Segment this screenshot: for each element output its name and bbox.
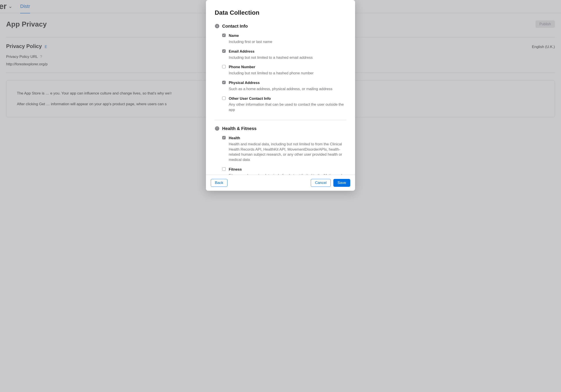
checkbox[interactable] — [222, 65, 226, 68]
checkbox[interactable] — [222, 33, 226, 37]
option-label: Physical Address — [229, 80, 346, 85]
save-button[interactable]: Save — [333, 179, 350, 187]
data-type-option: Email AddressIncluding but not limited t… — [215, 49, 346, 65]
option-description: Fitness and exercise data, including but… — [229, 173, 346, 175]
info-icon — [215, 24, 219, 29]
option-label: Email Address — [229, 49, 346, 54]
heart-icon — [215, 126, 219, 131]
checkbox[interactable] — [222, 49, 226, 53]
category: Health & FitnessHealthHealth and medical… — [215, 125, 346, 175]
category: Contact InfoNameIncluding first or last … — [215, 23, 346, 118]
checkbox[interactable] — [222, 167, 226, 171]
data-type-option: Phone NumberIncluding but not limited to… — [215, 64, 346, 80]
modal-overlay: Data Collection Contact InfoNameIncludin… — [0, 0, 561, 392]
checkbox[interactable] — [222, 136, 226, 139]
divider — [215, 120, 346, 120]
option-label: Fitness — [229, 167, 346, 172]
option-label: Other User Contact Info — [229, 96, 346, 101]
option-label: Phone Number — [229, 64, 346, 70]
data-collection-modal: Data Collection Contact InfoNameIncludin… — [206, 0, 355, 191]
checkbox[interactable] — [222, 96, 226, 100]
data-type-option: HealthHealth and medical data, including… — [215, 136, 346, 167]
option-description: Including but not limited to a hashed ph… — [229, 71, 346, 76]
option-label: Health — [229, 136, 346, 141]
category-title: Health & Fitness — [222, 125, 257, 132]
data-type-option: Physical AddressSuch as a home address, … — [215, 80, 346, 96]
data-type-option: Other User Contact InfoAny other informa… — [215, 96, 346, 118]
back-button[interactable]: Back — [211, 179, 227, 187]
modal-title: Data Collection — [215, 8, 346, 17]
option-description: Health and medical data, including but n… — [229, 142, 346, 162]
option-description: Including but not limited to a hashed em… — [229, 55, 346, 60]
option-description: Such as a home address, physical address… — [229, 86, 346, 92]
cancel-button[interactable]: Cancel — [311, 179, 331, 187]
option-description: Including first or last name — [229, 39, 346, 44]
option-label: Name — [229, 33, 346, 38]
checkbox[interactable] — [222, 81, 226, 84]
option-description: Any other information that can be used t… — [229, 102, 346, 112]
data-type-option: NameIncluding first or last name — [215, 33, 346, 49]
category-title: Contact Info — [222, 23, 248, 29]
data-type-option: FitnessFitness and exercise data, includ… — [215, 167, 346, 175]
